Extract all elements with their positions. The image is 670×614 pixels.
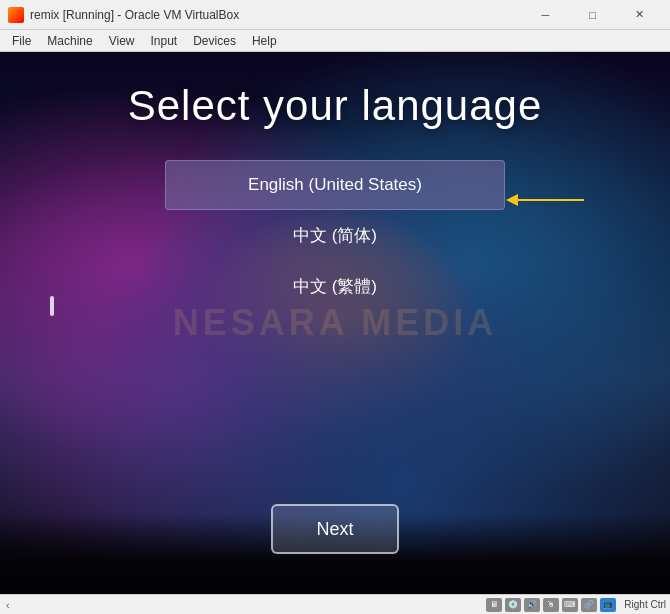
status-icons: 🖥 💿 🔊 🖱 ⌨ 🔗 📺	[486, 598, 616, 612]
menu-input[interactable]: Input	[143, 30, 186, 51]
language-list: English (United States) 中文 (简体) 中文 (繁體)	[165, 160, 505, 312]
arrow-annotation	[514, 199, 584, 201]
tray-icon-4[interactable]: 🖱	[543, 598, 559, 612]
language-item-chinese-traditional[interactable]: 中文 (繁體)	[165, 261, 505, 312]
scroll-left-arrow[interactable]: ‹	[4, 599, 12, 611]
language-label-chinese-simplified: 中文 (简体)	[293, 226, 377, 245]
language-label-chinese-traditional: 中文 (繁體)	[293, 277, 377, 296]
installer-ui: Select your language English (United Sta…	[0, 52, 670, 594]
vm-content: NESARA MEDIA Select your language Englis…	[0, 52, 670, 594]
window-controls: ─ □ ✕	[523, 5, 662, 25]
status-bar: ‹ 🖥 💿 🔊 🖱 ⌨ 🔗 📺 Right Ctrl	[0, 594, 670, 614]
menu-view[interactable]: View	[101, 30, 143, 51]
tray-icon-6[interactable]: 🔗	[581, 598, 597, 612]
arrow-line	[514, 199, 584, 201]
minimize-button[interactable]: ─	[523, 5, 568, 25]
language-item-english[interactable]: English (United States)	[165, 160, 505, 210]
menu-machine[interactable]: Machine	[39, 30, 100, 51]
menu-file[interactable]: File	[4, 30, 39, 51]
language-item-chinese-simplified[interactable]: 中文 (简体)	[165, 210, 505, 261]
next-button-container: Next	[271, 504, 399, 554]
tray-icon-7[interactable]: 📺	[600, 598, 616, 612]
next-button[interactable]: Next	[271, 504, 399, 554]
app-icon	[8, 7, 24, 23]
tray-icon-1[interactable]: 🖥	[486, 598, 502, 612]
window-title: remix [Running] - Oracle VM VirtualBox	[30, 8, 523, 22]
tray-icon-5[interactable]: ⌨	[562, 598, 578, 612]
right-ctrl-label: Right Ctrl	[624, 599, 666, 610]
title-bar: remix [Running] - Oracle VM VirtualBox ─…	[0, 0, 670, 30]
menu-bar: File Machine View Input Devices Help	[0, 30, 670, 52]
installer-title: Select your language	[128, 82, 543, 130]
menu-help[interactable]: Help	[244, 30, 285, 51]
tray-icon-2[interactable]: 💿	[505, 598, 521, 612]
maximize-button[interactable]: □	[570, 5, 615, 25]
close-button[interactable]: ✕	[617, 5, 662, 25]
menu-devices[interactable]: Devices	[185, 30, 244, 51]
language-label-english: English (United States)	[248, 175, 422, 194]
tray-icon-3[interactable]: 🔊	[524, 598, 540, 612]
